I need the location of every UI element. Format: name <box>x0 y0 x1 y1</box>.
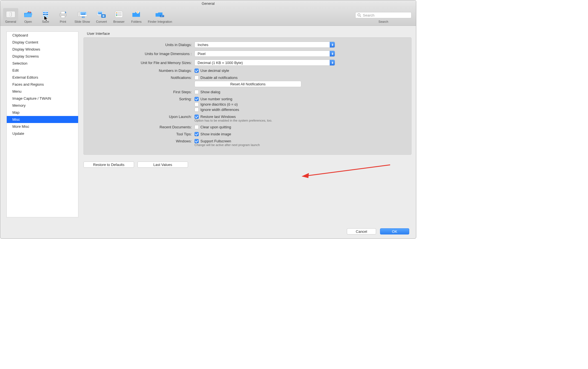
checkbox-label: Ignore diacritics (ö = o) <box>200 102 238 106</box>
note-windows: Change will be active after next program… <box>195 143 404 147</box>
svg-point-3 <box>28 11 29 12</box>
checkbox-ignore-diacritics[interactable] <box>195 102 199 106</box>
chevron-up-down-icon <box>330 60 335 65</box>
toolbar-search-wrap: Search Search <box>355 12 411 23</box>
toolbar-general[interactable]: General <box>3 8 18 24</box>
sidebar-item-clipboard[interactable]: Clipboard <box>7 32 78 39</box>
last-values-button[interactable]: Last Values <box>137 161 188 168</box>
switch-icon <box>6 9 16 19</box>
sidebar: Clipboard Display Content Display Window… <box>6 31 78 217</box>
popup-units-image[interactable]: Pixel <box>195 51 335 57</box>
toolbar-finder-integration[interactable]: .EXT Finder Integration <box>146 8 174 24</box>
checkbox-ignore-width[interactable] <box>195 108 199 112</box>
popup-value: Decimal (1 KB = 1000 Byte) <box>198 61 243 65</box>
svg-text:JPG: JPG <box>44 14 47 15</box>
checkbox-label: Show inside image <box>200 132 231 136</box>
label-units-dialogs: Units in Dialogs: <box>91 43 192 47</box>
toolbar-label: Convert <box>96 20 107 23</box>
toolbar-print[interactable]: Print <box>55 8 71 24</box>
reset-notifications-button[interactable]: Reset All Notifications <box>195 81 301 87</box>
checkbox-restore-windows[interactable] <box>195 115 199 119</box>
checkbox-label: Clear upon quitting <box>200 125 231 129</box>
sidebar-item-memory[interactable]: Memory <box>7 102 78 109</box>
svg-point-33 <box>137 12 139 13</box>
popup-value: Pixel <box>198 52 205 56</box>
svg-line-37 <box>360 16 361 17</box>
preferences-window: General General Open TIFFJPGPNG Save <box>0 0 416 239</box>
sidebar-item-update[interactable]: Update <box>7 130 78 137</box>
svg-rect-19 <box>83 17 83 17</box>
defaults-row: Restore to Defaults Last Values <box>83 161 411 168</box>
sidebar-item-display-screens[interactable]: Display Screens <box>7 53 78 60</box>
sidebar-item-selection[interactable]: Selection <box>7 60 78 67</box>
toolbar-label: General <box>5 20 16 23</box>
window-title: General <box>0 0 416 7</box>
cancel-button[interactable]: Cancel <box>347 228 376 234</box>
svg-rect-31 <box>117 15 122 16</box>
popup-unit-filesize[interactable]: Decimal (1 KB = 1000 Byte) <box>195 60 335 66</box>
popup-units-dialogs[interactable]: Inches <box>195 42 335 48</box>
folder-photo-icon <box>131 9 141 19</box>
printer-icon <box>58 9 68 19</box>
sidebar-item-faces-regions[interactable]: Faces and Regions <box>7 81 78 88</box>
chevron-up-down-icon <box>330 51 335 56</box>
checkbox-tooltips-inside-image[interactable] <box>195 132 199 136</box>
search-placeholder: Search <box>363 13 374 17</box>
toolbar-label: Slide Show <box>74 20 90 23</box>
content-area: Clipboard Display Content Display Window… <box>0 26 416 222</box>
label-numbers: Numbers in Dialogs: <box>91 69 192 73</box>
toolbar-folders[interactable]: Folders <box>129 8 144 24</box>
sidebar-item-menu[interactable]: Menu <box>7 88 78 95</box>
toolbar-open[interactable]: Open <box>21 8 36 24</box>
convert-icon <box>96 9 107 19</box>
label-tooltips: Tool Tips: <box>91 132 192 136</box>
checkbox-show-dialog[interactable] <box>195 90 199 94</box>
svg-rect-20 <box>83 17 84 17</box>
label-recent-docs: Recent Documents: <box>91 125 192 129</box>
cursor-icon <box>44 15 49 22</box>
sidebar-item-external-editors[interactable]: External Editors <box>7 74 78 81</box>
sidebar-item-display-windows[interactable]: Display Windows <box>7 46 78 53</box>
checkbox-label: Use decimal style <box>200 69 229 73</box>
svg-rect-29 <box>117 14 122 15</box>
svg-rect-12 <box>61 12 65 14</box>
sidebar-item-map[interactable]: Map <box>7 109 78 116</box>
restore-defaults-button[interactable]: Restore to Defaults <box>83 161 134 168</box>
checkbox-use-decimal-style[interactable] <box>195 69 199 73</box>
checkbox-label: Ignore width differences <box>200 108 239 112</box>
checkbox-number-sorting[interactable] <box>195 97 199 101</box>
svg-text:TIFF: TIFF <box>44 12 47 13</box>
search-input[interactable]: Search <box>355 12 411 18</box>
toolbar-label: Open <box>24 20 32 23</box>
checkbox-disable-notifications[interactable] <box>195 76 199 80</box>
checkbox-label: Restore last Windows <box>200 115 236 119</box>
popup-value: Inches <box>198 43 208 47</box>
label-unit-filesize: Unit for File and Memory Sizes: <box>91 61 192 65</box>
sidebar-item-display-content[interactable]: Display Content <box>7 39 78 46</box>
list-view-icon <box>114 9 124 19</box>
toolbar-label: Print <box>60 20 66 23</box>
sidebar-item-image-capture[interactable]: Image Capture / TWAIN <box>7 95 78 102</box>
group-title: User Interface <box>87 31 411 36</box>
checkbox-label: Disable all notifications <box>200 76 238 80</box>
label-notifications: Notifications: <box>91 76 192 80</box>
sidebar-item-more-misc[interactable]: More Misc <box>7 123 78 130</box>
toolbar-label: Browser <box>113 20 125 23</box>
note-upon-launch: Option has to be enabled in the system p… <box>195 119 404 122</box>
toolbar-browser[interactable]: Browser <box>111 8 126 24</box>
label-upon-launch: Upon Launch: <box>91 115 192 119</box>
sidebar-item-misc[interactable]: Misc <box>7 116 78 123</box>
sidebar-item-edit[interactable]: Edit <box>7 67 78 74</box>
toolbar-slideshow[interactable]: Slide Show <box>73 8 92 24</box>
folder-open-icon <box>23 9 33 19</box>
label-windows: Windows: <box>91 139 192 143</box>
ok-button[interactable]: OK <box>380 228 409 234</box>
folder-ext-icon: .EXT <box>155 9 165 19</box>
checkbox-clear-on-quit[interactable] <box>195 125 199 129</box>
label-first-steps: First Steps: <box>91 90 192 94</box>
slideshow-icon <box>77 9 87 19</box>
toolbar-convert[interactable]: Convert <box>94 8 109 24</box>
svg-point-36 <box>358 14 360 16</box>
toolbar-label: Finder Integration <box>148 20 172 23</box>
checkbox-support-fullscreen[interactable] <box>195 139 199 143</box>
